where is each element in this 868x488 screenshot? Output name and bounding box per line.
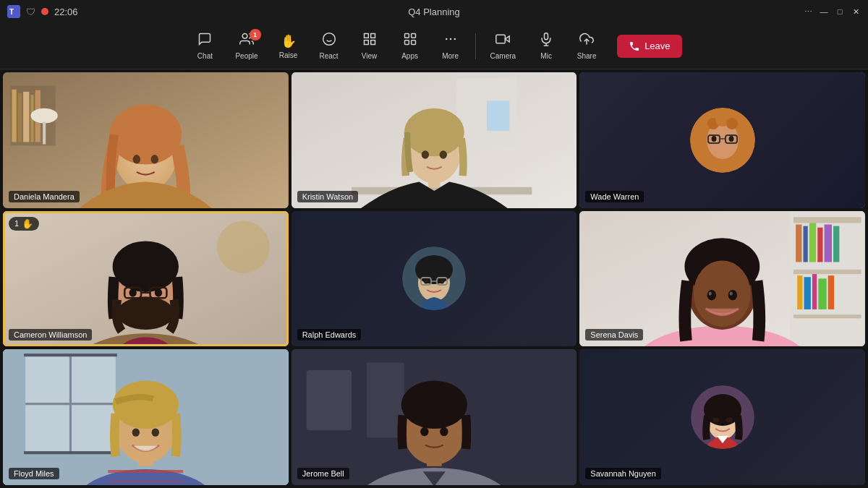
kristin-name-tag: Kristin Watson <box>297 191 359 202</box>
leave-label: Leave <box>644 40 670 51</box>
svg-point-138 <box>712 418 720 423</box>
video-cell-cameron[interactable]: 1 ✋ Cameron Williamson <box>3 211 289 347</box>
svg-point-134 <box>440 427 448 436</box>
leave-icon <box>629 40 640 52</box>
video-cell-daniela[interactable]: Daniela Mandera <box>3 72 289 208</box>
apps-button[interactable]: Apps <box>391 27 429 64</box>
video-cell-savannah[interactable]: Savannah Nguyen <box>579 349 865 485</box>
more-options-button[interactable]: ⋯ <box>803 7 813 17</box>
video-cell-floyd[interactable]: Floyd Miles <box>3 349 289 485</box>
chat-icon <box>197 32 212 50</box>
ralph-avatar <box>402 247 466 310</box>
mic-icon <box>539 32 553 50</box>
maximize-button[interactable]: □ <box>835 7 845 17</box>
svg-rect-114 <box>24 451 117 454</box>
svg-rect-25 <box>12 90 16 142</box>
mic-label: Mic <box>540 52 552 60</box>
daniela-video <box>3 72 289 208</box>
view-button[interactable]: View <box>351 27 388 64</box>
svg-rect-84 <box>793 217 861 223</box>
svg-point-30 <box>30 108 57 124</box>
raise-hand-icon: ✋ <box>281 33 297 49</box>
svg-point-47 <box>421 150 428 158</box>
svg-point-55 <box>711 136 716 142</box>
svg-point-61 <box>217 221 270 273</box>
svg-point-139 <box>726 418 733 423</box>
svg-rect-97 <box>793 314 861 318</box>
svg-point-72 <box>129 288 136 296</box>
minimize-button[interactable]: — <box>819 7 829 17</box>
svg-rect-31 <box>43 121 46 144</box>
svg-point-67 <box>113 241 179 292</box>
people-label: People <box>235 52 258 60</box>
svg-rect-87 <box>809 223 816 262</box>
share-button[interactable]: Share <box>568 27 605 64</box>
share-icon <box>579 32 594 50</box>
svg-rect-19 <box>545 33 548 40</box>
cameron-video <box>3 211 289 347</box>
svg-rect-90 <box>833 226 839 262</box>
svg-rect-113 <box>24 354 117 356</box>
window-controls: ⋯ — □ ✕ <box>803 7 861 17</box>
hand-emoji: ✋ <box>22 218 33 229</box>
more-button[interactable]: More <box>432 27 469 64</box>
leave-button[interactable]: Leave <box>617 35 681 58</box>
svg-rect-96 <box>828 275 834 309</box>
video-cell-ralph[interactable]: Ralph Edwards <box>292 211 577 347</box>
video-cell-kristin[interactable]: Kristin Watson <box>292 72 577 208</box>
camera-icon <box>495 32 511 50</box>
svg-rect-93 <box>804 277 811 309</box>
mic-button[interactable]: Mic <box>527 27 565 64</box>
svg-point-105 <box>728 290 737 301</box>
svg-rect-88 <box>818 227 823 262</box>
svg-point-121 <box>113 381 179 429</box>
recording-dot <box>41 8 48 15</box>
svg-rect-85 <box>796 224 801 262</box>
people-button[interactable]: 1 People <box>226 27 266 64</box>
camera-label: Camera <box>490 52 516 60</box>
svg-rect-92 <box>798 275 803 309</box>
camera-button[interactable]: Camera <box>482 27 525 64</box>
svg-rect-10 <box>404 34 409 38</box>
svg-rect-7 <box>370 34 375 38</box>
svg-rect-13 <box>404 40 409 45</box>
close-button[interactable]: ✕ <box>851 7 861 17</box>
react-button[interactable]: React <box>310 27 348 64</box>
svg-point-59 <box>726 118 738 129</box>
svg-rect-26 <box>18 93 22 142</box>
svg-point-56 <box>728 136 733 142</box>
svg-point-103 <box>694 260 751 326</box>
view-label: View <box>362 52 378 60</box>
cameron-hand-badge: 1 ✋ <box>9 217 39 231</box>
video-cell-serena[interactable]: Serena Davis <box>579 211 865 347</box>
apps-icon <box>403 32 417 50</box>
cameron-name-tag: Cameron Williamson <box>9 329 92 341</box>
chat-button[interactable]: Chat <box>186 27 224 64</box>
svg-rect-9 <box>364 40 368 45</box>
svg-point-48 <box>439 150 446 158</box>
svg-rect-11 <box>411 34 415 38</box>
floyd-video <box>3 349 289 485</box>
svg-rect-6 <box>364 34 368 38</box>
savannah-avatar <box>691 385 754 449</box>
svg-rect-94 <box>812 274 817 309</box>
svg-rect-8 <box>370 40 375 45</box>
svg-point-46 <box>404 108 464 156</box>
raise-hand-button[interactable]: ✋ Raise <box>270 29 307 64</box>
svg-rect-126 <box>306 370 351 430</box>
daniela-name-tag: Daniela Mandera <box>9 191 80 202</box>
svg-rect-95 <box>819 278 827 309</box>
svg-rect-91 <box>793 270 861 274</box>
svg-point-68 <box>117 296 174 330</box>
wade-name-tag: Wade Warren <box>585 191 644 202</box>
svg-point-107 <box>730 291 733 295</box>
video-cell-jerome[interactable]: Jerome Bell <box>292 349 577 485</box>
hand-count: 1 <box>14 219 19 228</box>
svg-text:T: T <box>9 8 14 16</box>
video-cell-wade[interactable]: Wade Warren <box>579 72 865 208</box>
svg-marker-17 <box>506 36 510 42</box>
meeting-toolbar: Chat 1 People ✋ Raise React <box>0 23 868 69</box>
svg-point-3 <box>323 33 335 46</box>
svg-point-36 <box>133 155 140 163</box>
svg-rect-27 <box>23 92 29 142</box>
